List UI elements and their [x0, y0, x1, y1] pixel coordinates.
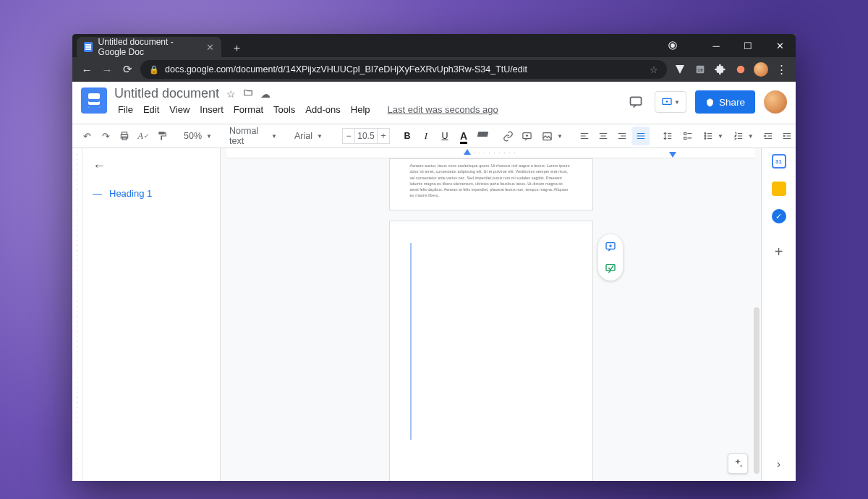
- add-comment-floating[interactable]: [603, 239, 618, 255]
- extension-icon-2[interactable]: Off: [693, 64, 707, 75]
- left-indent-marker[interactable]: [464, 149, 471, 155]
- menu-bar: File Edit View Insert Format Tools Add-o…: [114, 103, 502, 116]
- close-tab-icon[interactable]: ✕: [206, 42, 214, 53]
- style-dropdown[interactable]: Normal text▼: [225, 127, 281, 145]
- outline-back-icon[interactable]: ←: [93, 158, 210, 174]
- floating-comment-tools: [598, 234, 623, 281]
- undo-button[interactable]: ↶: [78, 127, 95, 145]
- extension-icon-3[interactable]: [733, 64, 748, 75]
- svg-rect-13: [684, 137, 686, 140]
- svg-point-4: [737, 66, 745, 74]
- address-bar: ← → ⟳ 🔒 docs.google.com/document/d/14XPi…: [72, 57, 796, 82]
- document-title[interactable]: Untitled document: [114, 86, 219, 101]
- new-tab-button[interactable]: ＋: [227, 38, 246, 57]
- underline-button[interactable]: U: [436, 127, 454, 145]
- menu-tools[interactable]: Tools: [270, 103, 299, 116]
- chrome-menu-button[interactable]: ⋮: [774, 63, 788, 76]
- text-cursor: [410, 243, 412, 440]
- profile-avatar-small[interactable]: [754, 62, 768, 77]
- bulleted-list-button[interactable]: ▼: [699, 127, 728, 145]
- vertical-scrollbar[interactable]: [754, 307, 760, 474]
- docs-favicon-icon: [84, 42, 93, 52]
- pages-viewport[interactable]: Aenean auctor, lacus nunc scelerisque qu…: [226, 158, 755, 481]
- document-outline: ← Heading 1: [82, 148, 220, 481]
- get-addons-button[interactable]: +: [775, 244, 783, 260]
- docs-logo-icon[interactable]: [81, 88, 107, 114]
- numbered-list-button[interactable]: ▼: [729, 127, 758, 145]
- text-color-button[interactable]: A: [455, 127, 472, 145]
- present-button[interactable]: ▼: [655, 91, 686, 113]
- reload-button[interactable]: ⟳: [120, 63, 135, 76]
- decrease-indent-button[interactable]: [760, 127, 777, 145]
- explore-button[interactable]: [728, 453, 748, 474]
- extensions-button[interactable]: [713, 64, 728, 75]
- page-2[interactable]: [389, 221, 593, 481]
- svg-point-14: [705, 133, 706, 135]
- print-button[interactable]: [116, 127, 133, 145]
- menu-file[interactable]: File: [114, 103, 137, 116]
- hide-sidepanel-button[interactable]: ›: [777, 458, 780, 471]
- tab-strip: Untitled document - Google Doc ✕ ＋ ─ ☐ ✕: [72, 34, 796, 57]
- font-dropdown[interactable]: Arial▼: [290, 127, 333, 145]
- forward-button[interactable]: →: [100, 64, 114, 76]
- font-size-value[interactable]: 10.5: [355, 128, 377, 144]
- keep-addon-icon[interactable]: [772, 182, 786, 196]
- comments-history-icon[interactable]: [626, 92, 646, 112]
- menu-view[interactable]: View: [166, 103, 193, 116]
- star-icon[interactable]: ☆: [650, 64, 658, 75]
- insert-image-button[interactable]: ▼: [537, 127, 567, 145]
- horizontal-ruler[interactable]: [226, 148, 755, 158]
- suggest-edit-floating[interactable]: [603, 260, 618, 276]
- omnibox[interactable]: 🔒 docs.google.com/document/d/14XPijxzVHU…: [140, 60, 667, 79]
- outline-item-heading-1[interactable]: Heading 1: [93, 188, 210, 199]
- font-size-increase[interactable]: +: [377, 128, 390, 144]
- menu-addons[interactable]: Add-ons: [302, 103, 344, 116]
- minimize-button[interactable]: ─: [700, 34, 732, 57]
- align-center-button[interactable]: [595, 127, 612, 145]
- cloud-status-icon[interactable]: ☁: [260, 88, 271, 100]
- italic-button[interactable]: I: [417, 127, 435, 145]
- align-left-button[interactable]: [576, 127, 593, 145]
- page-1[interactable]: Aenean auctor, lacus nunc scelerisque qu…: [389, 158, 593, 210]
- canvas: Aenean auctor, lacus nunc scelerisque qu…: [220, 148, 761, 481]
- svg-rect-12: [684, 132, 686, 135]
- right-indent-marker[interactable]: [669, 152, 676, 158]
- align-justify-button[interactable]: [632, 127, 650, 145]
- increase-indent-button[interactable]: [778, 127, 796, 145]
- svg-text:Off: Off: [697, 68, 703, 72]
- line-spacing-button[interactable]: [658, 127, 677, 145]
- checklist-button[interactable]: [678, 127, 697, 145]
- account-avatar[interactable]: [764, 90, 787, 114]
- star-doc-icon[interactable]: ☆: [226, 88, 236, 100]
- zoom-dropdown[interactable]: 50%▼: [179, 127, 216, 145]
- workspace: ← Heading 1 Aenean auctor, lacus nunc sc…: [72, 148, 796, 481]
- menu-insert[interactable]: Insert: [196, 103, 227, 116]
- menu-edit[interactable]: Edit: [140, 103, 163, 116]
- align-right-button[interactable]: [613, 127, 631, 145]
- bold-button[interactable]: B: [399, 127, 416, 145]
- add-comment-button[interactable]: [519, 127, 536, 145]
- paint-format-button[interactable]: [153, 127, 171, 145]
- close-window-button[interactable]: ✕: [764, 34, 796, 57]
- svg-rect-5: [630, 97, 641, 105]
- menu-format[interactable]: Format: [230, 103, 267, 116]
- font-size-decrease[interactable]: −: [342, 128, 355, 144]
- back-button[interactable]: ←: [80, 64, 94, 76]
- extension-icon-1[interactable]: [673, 64, 687, 75]
- spellcheck-button[interactable]: A✓: [135, 127, 152, 145]
- menu-help[interactable]: Help: [347, 103, 374, 116]
- maximize-button[interactable]: ☐: [732, 34, 764, 57]
- tasks-addon-icon[interactable]: [772, 209, 786, 223]
- svg-point-15: [705, 135, 706, 137]
- svg-point-16: [705, 138, 706, 140]
- svg-point-0: [671, 43, 675, 48]
- redo-button[interactable]: ↷: [97, 127, 114, 145]
- insert-link-button[interactable]: [500, 127, 517, 145]
- share-button[interactable]: Share: [695, 90, 755, 114]
- calendar-addon-icon[interactable]: [772, 154, 786, 169]
- incognito-icon[interactable]: [657, 34, 689, 57]
- highlight-button[interactable]: [474, 127, 491, 145]
- last-edit-text[interactable]: Last edit was seconds ago: [384, 103, 502, 116]
- move-doc-icon[interactable]: [243, 88, 253, 100]
- browser-tab[interactable]: Untitled document - Google Doc ✕: [77, 37, 221, 57]
